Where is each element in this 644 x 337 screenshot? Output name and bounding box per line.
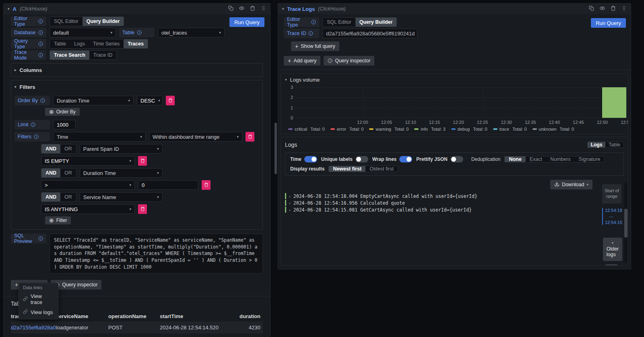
log-expand-chevron-icon[interactable]: › — [289, 194, 291, 199]
panel-a-header[interactable]: ▾ A (ClickHouse) — [4, 4, 270, 14]
filter-operator-select[interactable]: IS ANYTHING▾ — [41, 204, 135, 214]
legend-item-debug[interactable]: debugTotal: 0 — [451, 127, 487, 132]
toggle-switch[interactable] — [399, 156, 412, 162]
logs-volume-header[interactable]: ▾ Logs volume — [285, 76, 626, 83]
table-header-startTime[interactable]: startTime — [160, 311, 223, 322]
table-header-operationName[interactable]: operationName — [108, 311, 160, 322]
radio-option-numbers[interactable]: Numbers — [546, 156, 575, 162]
info-icon[interactable] — [308, 31, 313, 36]
radio-option-exact[interactable]: Exact — [526, 156, 546, 162]
radio-option-or[interactable]: OR — [60, 168, 76, 177]
log-expand-chevron-icon[interactable]: › — [289, 208, 291, 212]
logs-scrollbar-thumb[interactable] — [624, 209, 627, 238]
hide-query-icon[interactable] — [600, 6, 605, 12]
duplicate-query-icon[interactable] — [589, 6, 594, 12]
remove-order-by-button[interactable] — [166, 96, 175, 105]
radio-option-signature[interactable]: Signature — [575, 156, 605, 162]
legend-item-info[interactable]: infoTotal: 3 — [414, 127, 445, 132]
toggle-switch[interactable] — [450, 156, 463, 162]
radio-option-logs[interactable]: Logs — [588, 142, 606, 148]
legend-item-critical[interactable]: criticalTotal: 0 — [288, 127, 325, 132]
filter-value-input[interactable]: 0 — [138, 180, 198, 190]
duplicate-query-icon[interactable] — [228, 6, 233, 12]
radio-option-and[interactable]: AND — [41, 144, 60, 153]
radio-option-sql-editor[interactable]: SQL Editor — [323, 18, 355, 27]
trace-id-input[interactable]: d2a7155ef6a928a05680e5ff6190241d — [322, 29, 417, 38]
collapse-chevron-icon[interactable]: ▾ — [282, 7, 284, 11]
database-select[interactable]: default▾ — [50, 28, 116, 37]
filter-field-select[interactable]: Duration Time▾ — [80, 168, 163, 178]
toggle-switch[interactable] — [304, 156, 317, 162]
radio-option-trace-search[interactable]: Trace Search — [50, 51, 89, 60]
radio-option-none[interactable]: None — [505, 156, 525, 162]
legend-item-warning[interactable]: warningTotal: 0 — [369, 127, 409, 132]
drag-handle-icon[interactable] — [621, 6, 627, 12]
remove-filter-button[interactable] — [138, 204, 147, 214]
older-logs-button[interactable]: ▾ Olderlogs — [603, 238, 622, 261]
remove-filter-button[interactable] — [246, 132, 254, 142]
table-select[interactable]: otel_traces▾ — [158, 28, 225, 37]
radio-option-and[interactable]: AND — [41, 193, 60, 201]
table-header-duration[interactable]: duration — [223, 311, 263, 322]
log-row[interactable]: ›2024-06-28 12:54:16.956Calculated quote — [285, 199, 624, 206]
radio-option-sql-editor[interactable]: SQL Editor — [50, 17, 83, 26]
info-icon[interactable] — [137, 30, 142, 35]
radio-option-and[interactable]: AND — [41, 168, 60, 177]
order-by-direction-select[interactable]: DESC▾ — [137, 96, 163, 105]
radio-option-oldest-first[interactable]: Oldest first — [365, 166, 398, 172]
trace-id-link[interactable]: 74d310... — [11, 333, 56, 337]
chart-bar-info[interactable] — [602, 87, 626, 118]
radio-option-traces[interactable]: Traces — [124, 39, 148, 48]
run-query-button-logs[interactable]: Run Query — [591, 18, 626, 28]
filter-operator-select[interactable]: >▾ — [41, 180, 135, 190]
filter-operator-select[interactable]: IS EMPTY▾ — [41, 156, 135, 166]
scroll-to-top-button[interactable]: ↑ — [605, 264, 617, 266]
radio-option-logs[interactable]: Logs — [70, 39, 89, 48]
trace-logs-header[interactable]: ▾ Trace Logs (ClickHouse) — [278, 4, 631, 14]
filter-field-select[interactable]: Service Name▾ — [80, 192, 163, 202]
add-order-by-button[interactable]: ⊕Order By — [45, 108, 80, 116]
logs-volume-chart[interactable]: 012312:0012:0512:1012:1512:2012:2512:301… — [295, 87, 626, 118]
radio-option-or[interactable]: OR — [60, 144, 76, 153]
collapse-chevron-icon[interactable]: ▾ — [8, 7, 10, 11]
drag-handle-icon[interactable] — [261, 6, 266, 12]
info-icon[interactable] — [38, 41, 43, 46]
radio-option-newest-first[interactable]: Newest first — [329, 166, 365, 172]
add-query-button-logs[interactable]: +Add query — [284, 56, 320, 66]
legend-item-unknown[interactable]: unknownTotal: 0 — [533, 127, 574, 132]
log-expand-chevron-icon[interactable]: › — [289, 201, 291, 205]
radio-option-trace-id[interactable]: Trace ID — [89, 51, 116, 60]
info-icon[interactable] — [38, 236, 43, 241]
log-row[interactable]: ›2024-06-28 12:54:18.004EmptyCartAsync c… — [285, 193, 624, 199]
show-full-query-button[interactable]: +Show full query — [291, 41, 339, 51]
legend-item-trace[interactable]: traceTotal: 0 — [493, 127, 527, 132]
info-icon[interactable] — [38, 30, 43, 35]
info-icon[interactable] — [31, 122, 35, 127]
radio-option-table[interactable]: Table — [50, 39, 70, 48]
radio-option-query-builder[interactable]: Query Builder — [83, 17, 124, 26]
remove-filter-button[interactable] — [138, 156, 147, 166]
filters-section-header[interactable]: ▾ Filters — [14, 83, 259, 91]
radio-option-query-builder[interactable]: Query Builder — [355, 18, 397, 27]
run-query-button-a[interactable]: Run Query — [229, 17, 264, 27]
limit-input[interactable]: 1000 — [53, 120, 76, 129]
info-icon[interactable] — [311, 20, 316, 25]
columns-section-header[interactable]: ▸ Columns — [14, 66, 259, 74]
order-by-field-select[interactable]: Duration Time▾ — [53, 96, 134, 105]
table-header-serviceName[interactable]: serviceName — [56, 311, 108, 322]
log-row[interactable]: ›2024-06-28 12:54:15.081GetCartAsync cal… — [285, 206, 624, 213]
filter-field-select-time[interactable]: Time▾ — [53, 132, 146, 142]
delete-query-icon[interactable] — [250, 6, 255, 12]
download-button[interactable]: Download▾ — [550, 180, 592, 189]
trace-id-link[interactable]: d2a7155ef6a928a05... — [11, 322, 56, 333]
info-icon[interactable] — [40, 98, 45, 103]
info-icon[interactable] — [38, 19, 43, 24]
delete-query-icon[interactable] — [611, 6, 616, 12]
query-inspector-button-logs[interactable]: Query inspector — [324, 56, 374, 66]
view-trace-menu-item[interactable]: View trace — [19, 291, 58, 307]
filter-field-select[interactable]: Parent Span ID▾ — [80, 144, 163, 154]
query-inspector-button-a[interactable]: Query inspector — [51, 280, 101, 290]
radio-option-table[interactable]: Table — [605, 142, 623, 148]
remove-filter-button[interactable] — [202, 180, 211, 190]
legend-item-error[interactable]: errorTotal: 0 — [330, 127, 364, 132]
